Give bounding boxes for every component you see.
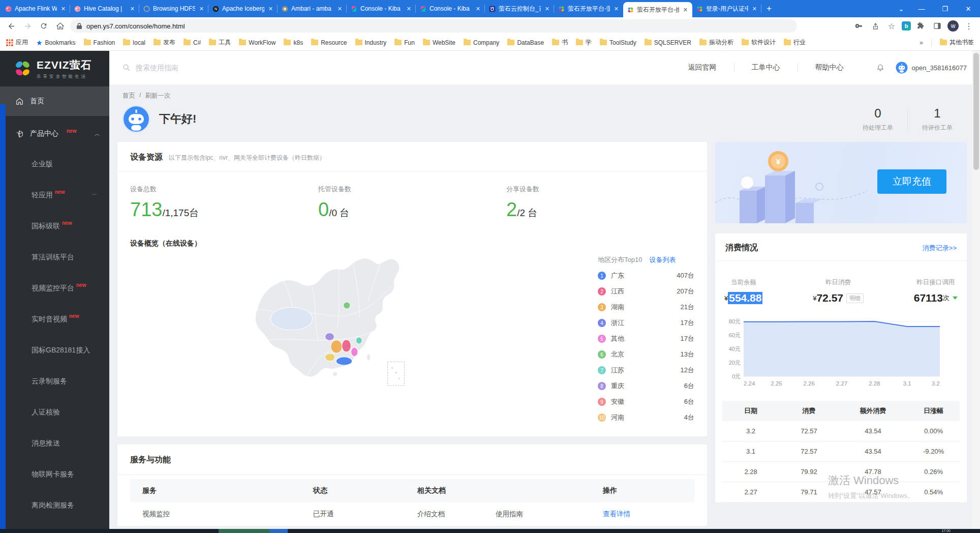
other-bookmarks[interactable]: 其他书签	[940, 38, 974, 47]
sidebar-subitem[interactable]: 物联网卡服务	[0, 459, 109, 490]
tab-close-icon[interactable]: ✕	[682, 7, 689, 13]
tab-close-icon[interactable]: ✕	[751, 6, 758, 12]
user-robot-avatar[interactable]	[896, 62, 908, 74]
bookmark-folder[interactable]: WorkFlow	[239, 39, 275, 46]
sidebar-subitem[interactable]: 国标级联new	[0, 211, 109, 242]
browser-tab[interactable]: Hive Catalog |✕	[70, 0, 139, 17]
browser-tab[interactable]: Browsing HDFS✕	[139, 0, 208, 17]
browser-menu-icon[interactable]: ⋮	[963, 20, 975, 32]
bell-icon[interactable]	[876, 64, 884, 72]
sidebar-subitem[interactable]: 企业版	[0, 149, 109, 180]
browser-tab[interactable]: NApache Iceberg✕	[208, 0, 278, 17]
password-key-icon[interactable]	[853, 20, 865, 32]
sidebar-item-product-center[interactable]: 产品中心 new ︿	[0, 119, 109, 149]
bookmark-folder[interactable]: Industry	[355, 39, 387, 46]
bookmarks-overflow-icon[interactable]: »	[920, 39, 923, 46]
tab-close-icon[interactable]: ✕	[475, 6, 481, 12]
bookmark-folder[interactable]: C#	[183, 39, 201, 46]
bookmark-folder[interactable]: 工具	[209, 38, 231, 47]
tab-close-icon[interactable]: ✕	[613, 6, 620, 12]
side-panel-icon[interactable]	[931, 20, 943, 32]
browser-tab[interactable]: 萤石开放平台-萤✕	[554, 0, 623, 17]
share-icon[interactable]	[869, 20, 881, 32]
sidebar-subitem[interactable]: 云录制服务	[0, 366, 109, 397]
tab-close-icon[interactable]: ✕	[198, 6, 205, 12]
page-scrollbar[interactable]	[972, 51, 980, 529]
forward-icon[interactable]	[21, 20, 34, 32]
browser-tab[interactable]: Console - Kiba✕	[347, 0, 416, 17]
bookmark-star-icon[interactable]: ☆	[885, 20, 898, 32]
sidebar-item-home[interactable]: 首页	[0, 86, 109, 116]
recharge-now-button[interactable]: 立即充值	[877, 169, 946, 194]
tab-close-icon[interactable]: ✕	[336, 6, 343, 12]
bookmark-folder[interactable]: 学	[576, 38, 592, 47]
bookmark-folder[interactable]: Resource	[311, 39, 347, 46]
address-bar[interactable]: open.ys7.com/console/home.html	[70, 19, 797, 33]
new-tab-button[interactable]: +	[761, 0, 777, 17]
tab-close-icon[interactable]: ✕	[129, 6, 136, 12]
bookmark-folder[interactable]: 发布	[154, 38, 175, 47]
bookmark-folder[interactable]: ToolStudy	[600, 39, 636, 46]
header-link[interactable]: 返回官网	[671, 63, 734, 72]
device-list-link[interactable]: 设备列表	[649, 255, 676, 264]
guide-search[interactable]	[122, 64, 671, 72]
scrollbar-thumb[interactable]	[973, 53, 979, 170]
browser-tab[interactable]: Apache Flink W✕	[1, 0, 70, 17]
bookmark-folder[interactable]: WebSite	[423, 39, 455, 46]
reload-icon[interactable]	[38, 20, 50, 32]
close-button[interactable]: ✕	[957, 0, 980, 17]
bookmark-folder[interactable]: DataBase	[507, 39, 544, 46]
sidebar-subitem[interactable]: 实时音视频new	[0, 304, 109, 335]
consumption-record-link[interactable]: 消费记录>>	[923, 244, 957, 253]
sidebar-subitem[interactable]: 消息推送	[0, 428, 109, 459]
bookmark-folder[interactable]: local	[123, 39, 145, 46]
tab-close-icon[interactable]: ✕	[60, 6, 67, 12]
bookmark-folder[interactable]: 行业	[784, 38, 806, 47]
bookmark-folder[interactable]: Company	[464, 39, 499, 46]
ezviz-logo[interactable]: EZVIZ萤石 乐享安全智能生活	[0, 51, 109, 86]
ticket-counter[interactable]: 0待处理工单	[848, 106, 907, 132]
browser-tab[interactable]: Ambari - amba✕	[278, 0, 347, 17]
view-details-link[interactable]: 查看详情	[603, 510, 630, 518]
bookmark-folder[interactable]: Fun	[394, 39, 415, 46]
bookmark-folder[interactable]: 书	[552, 38, 568, 47]
china-map[interactable]	[191, 248, 476, 401]
back-icon[interactable]	[5, 20, 17, 32]
search-input[interactable]	[136, 64, 349, 72]
sidebar-subitem[interactable]: 离岗检测服务	[0, 490, 109, 521]
bookmark-folder[interactable]: 振动分析	[699, 38, 733, 47]
sidebar-subitem[interactable]: 算法训练平台	[0, 242, 109, 273]
bookmark-folder[interactable]: SQLSERVER	[645, 39, 691, 46]
detail-chip-button[interactable]: 明细	[846, 293, 864, 303]
bookmark-folder[interactable]: Fashion	[84, 39, 115, 46]
ticket-counter[interactable]: 1待评价工单	[907, 106, 967, 132]
tab-close-icon[interactable]: ✕	[267, 6, 274, 12]
sidebar-subitem[interactable]: 轻应用new﹀	[0, 180, 109, 211]
browser-tab[interactable]: 登录-用户认证中✕	[692, 0, 761, 17]
extensions-puzzle-icon[interactable]	[915, 20, 927, 32]
tab-close-icon[interactable]: ✕	[544, 6, 550, 12]
bing-extension-icon[interactable]: b	[902, 21, 911, 31]
maximize-button[interactable]: ❐	[933, 0, 957, 17]
doc-link[interactable]: 介绍文档	[417, 510, 445, 519]
sidebar-subitem[interactable]: 人证核验	[0, 397, 109, 428]
bookmark-folder[interactable]: k8s	[284, 39, 303, 46]
sidebar-subitem[interactable]: 国标GB28181接入	[0, 335, 109, 366]
browser-tab[interactable]: Console - Kiba✕	[416, 0, 485, 17]
header-user[interactable]: open_3581616077	[876, 62, 967, 74]
header-link[interactable]: 帮助中心	[798, 63, 861, 72]
sidebar-subitem[interactable]: 视频监控平台new	[0, 273, 109, 304]
breadcrumb-home[interactable]: 首页	[122, 92, 135, 100]
tab-search-icon[interactable]: ⌄	[893, 0, 910, 17]
browser-tab[interactable]: 萤石开放平台-接✕	[623, 2, 692, 17]
home-icon[interactable]	[54, 20, 66, 32]
bookmark-folder[interactable]: 软件设计	[742, 38, 776, 47]
browser-tab[interactable]: 萤石云控制台_百✕	[485, 0, 554, 17]
header-link[interactable]: 工单中心	[734, 63, 798, 72]
apps-menu[interactable]: 应用	[6, 38, 28, 47]
profile-avatar[interactable]: w	[947, 20, 959, 32]
minimize-button[interactable]: —	[910, 0, 933, 17]
bookmarks-root[interactable]: ★Bookmarks	[36, 39, 76, 47]
tab-close-icon[interactable]: ✕	[406, 6, 412, 12]
doc-link[interactable]: 使用指南	[496, 510, 523, 519]
